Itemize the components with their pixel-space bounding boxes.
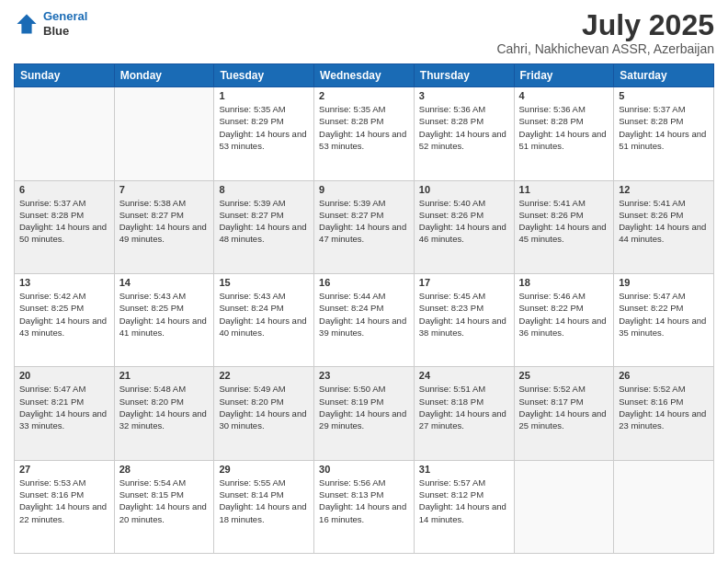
day-number: 11 xyxy=(519,184,609,195)
page: General Blue July 2025 Cahri, Nakhicheva… xyxy=(0,0,728,563)
day-number: 20 xyxy=(19,370,109,381)
day-number: 21 xyxy=(119,370,210,381)
day-info: Sunrise: 5:43 AM Sunset: 8:24 PM Dayligh… xyxy=(219,290,309,339)
day-number: 31 xyxy=(419,464,509,475)
calendar-day-cell: 14Sunrise: 5:43 AM Sunset: 8:25 PM Dayli… xyxy=(114,273,214,366)
calendar-day-cell: 23Sunrise: 5:50 AM Sunset: 8:19 PM Dayli… xyxy=(314,367,415,460)
day-number: 25 xyxy=(519,370,609,381)
calendar-day-cell: 10Sunrise: 5:40 AM Sunset: 8:26 PM Dayli… xyxy=(414,180,514,273)
calendar-day-cell: 26Sunrise: 5:52 AM Sunset: 8:16 PM Dayli… xyxy=(614,367,714,460)
logo-text: General Blue xyxy=(43,9,87,38)
calendar-day-cell: 2Sunrise: 5:35 AM Sunset: 8:28 PM Daylig… xyxy=(314,87,415,180)
day-info: Sunrise: 5:51 AM Sunset: 8:18 PM Dayligh… xyxy=(419,383,509,431)
day-number: 4 xyxy=(519,90,609,101)
day-info: Sunrise: 5:36 AM Sunset: 8:28 PM Dayligh… xyxy=(519,103,609,152)
calendar-day-cell: 6Sunrise: 5:37 AM Sunset: 8:28 PM Daylig… xyxy=(15,180,115,273)
calendar-day-cell: 4Sunrise: 5:36 AM Sunset: 8:28 PM Daylig… xyxy=(514,87,614,180)
day-info: Sunrise: 5:57 AM Sunset: 8:12 PM Dayligh… xyxy=(419,477,509,525)
day-info: Sunrise: 5:46 AM Sunset: 8:22 PM Dayligh… xyxy=(519,290,609,339)
day-number: 1 xyxy=(219,90,309,101)
calendar-day-header: Sunday xyxy=(15,64,115,87)
day-info: Sunrise: 5:35 AM Sunset: 8:28 PM Dayligh… xyxy=(319,103,409,152)
day-number: 15 xyxy=(219,277,309,288)
day-number: 26 xyxy=(619,370,709,381)
month-title: July 2025 xyxy=(496,9,714,41)
svg-marker-1 xyxy=(17,14,37,25)
logo-icon xyxy=(14,11,40,37)
calendar-day-cell: 31Sunrise: 5:57 AM Sunset: 8:12 PM Dayli… xyxy=(414,460,514,553)
calendar-week-row: 6Sunrise: 5:37 AM Sunset: 8:28 PM Daylig… xyxy=(15,180,714,273)
calendar-day-cell: 16Sunrise: 5:44 AM Sunset: 8:24 PM Dayli… xyxy=(314,273,415,366)
day-info: Sunrise: 5:54 AM Sunset: 8:15 PM Dayligh… xyxy=(119,477,210,525)
calendar-day-cell: 24Sunrise: 5:51 AM Sunset: 8:18 PM Dayli… xyxy=(414,367,514,460)
day-number: 13 xyxy=(19,277,109,288)
day-info: Sunrise: 5:38 AM Sunset: 8:27 PM Dayligh… xyxy=(119,197,210,246)
calendar-day-cell: 27Sunrise: 5:53 AM Sunset: 8:16 PM Dayli… xyxy=(15,460,115,553)
calendar-day-cell: 8Sunrise: 5:39 AM Sunset: 8:27 PM Daylig… xyxy=(214,180,314,273)
day-number: 27 xyxy=(19,464,109,475)
day-info: Sunrise: 5:52 AM Sunset: 8:17 PM Dayligh… xyxy=(519,383,609,431)
day-info: Sunrise: 5:55 AM Sunset: 8:14 PM Dayligh… xyxy=(219,477,309,525)
day-info: Sunrise: 5:52 AM Sunset: 8:16 PM Dayligh… xyxy=(619,383,709,431)
day-number: 3 xyxy=(419,90,509,101)
day-info: Sunrise: 5:56 AM Sunset: 8:13 PM Dayligh… xyxy=(319,477,409,525)
day-number: 29 xyxy=(219,464,309,475)
day-number: 24 xyxy=(419,370,509,381)
day-number: 16 xyxy=(319,277,409,288)
day-number: 5 xyxy=(619,90,709,101)
day-info: Sunrise: 5:44 AM Sunset: 8:24 PM Dayligh… xyxy=(319,290,409,339)
calendar-day-cell: 30Sunrise: 5:56 AM Sunset: 8:13 PM Dayli… xyxy=(314,460,415,553)
calendar-day-header: Wednesday xyxy=(314,64,415,87)
calendar-day-cell: 12Sunrise: 5:41 AM Sunset: 8:26 PM Dayli… xyxy=(614,180,714,273)
day-number: 30 xyxy=(319,464,409,475)
day-info: Sunrise: 5:37 AM Sunset: 8:28 PM Dayligh… xyxy=(619,103,709,152)
calendar-day-header: Monday xyxy=(114,64,214,87)
calendar-day-cell: 17Sunrise: 5:45 AM Sunset: 8:23 PM Dayli… xyxy=(414,273,514,366)
calendar-day-cell: 11Sunrise: 5:41 AM Sunset: 8:26 PM Dayli… xyxy=(514,180,614,273)
calendar-day-cell: 3Sunrise: 5:36 AM Sunset: 8:28 PM Daylig… xyxy=(414,87,514,180)
calendar-day-cell: 25Sunrise: 5:52 AM Sunset: 8:17 PM Dayli… xyxy=(514,367,614,460)
day-number: 12 xyxy=(619,184,709,195)
day-info: Sunrise: 5:41 AM Sunset: 8:26 PM Dayligh… xyxy=(519,197,609,246)
calendar-week-row: 20Sunrise: 5:47 AM Sunset: 8:21 PM Dayli… xyxy=(15,367,714,460)
calendar-day-header: Friday xyxy=(514,64,614,87)
day-number: 22 xyxy=(219,370,309,381)
calendar-day-cell: 9Sunrise: 5:39 AM Sunset: 8:27 PM Daylig… xyxy=(314,180,415,273)
day-number: 7 xyxy=(119,184,210,195)
day-number: 6 xyxy=(19,184,109,195)
calendar-day-cell: 13Sunrise: 5:42 AM Sunset: 8:25 PM Dayli… xyxy=(15,273,115,366)
calendar-day-cell: 22Sunrise: 5:49 AM Sunset: 8:20 PM Dayli… xyxy=(214,367,314,460)
calendar-day-cell: 28Sunrise: 5:54 AM Sunset: 8:15 PM Dayli… xyxy=(114,460,214,553)
day-number: 9 xyxy=(319,184,409,195)
day-number: 19 xyxy=(619,277,709,288)
calendar-day-cell xyxy=(15,87,115,180)
location: Cahri, Nakhichevan ASSR, Azerbaijan xyxy=(496,41,714,56)
day-number: 23 xyxy=(319,370,409,381)
day-info: Sunrise: 5:35 AM Sunset: 8:29 PM Dayligh… xyxy=(219,103,309,152)
title-section: July 2025 Cahri, Nakhichevan ASSR, Azerb… xyxy=(496,9,714,56)
calendar-day-header: Thursday xyxy=(414,64,514,87)
calendar-day-cell: 20Sunrise: 5:47 AM Sunset: 8:21 PM Dayli… xyxy=(15,367,115,460)
day-number: 14 xyxy=(119,277,210,288)
day-info: Sunrise: 5:50 AM Sunset: 8:19 PM Dayligh… xyxy=(319,383,409,431)
calendar-day-cell: 29Sunrise: 5:55 AM Sunset: 8:14 PM Dayli… xyxy=(214,460,314,553)
day-number: 28 xyxy=(119,464,210,475)
header: General Blue July 2025 Cahri, Nakhicheva… xyxy=(14,9,714,56)
calendar-day-cell xyxy=(514,460,614,553)
logo: General Blue xyxy=(14,9,87,38)
calendar-day-header: Tuesday xyxy=(214,64,314,87)
calendar-day-header: Saturday xyxy=(614,64,714,87)
day-info: Sunrise: 5:36 AM Sunset: 8:28 PM Dayligh… xyxy=(419,103,509,152)
day-number: 8 xyxy=(219,184,309,195)
calendar-day-cell: 5Sunrise: 5:37 AM Sunset: 8:28 PM Daylig… xyxy=(614,87,714,180)
day-info: Sunrise: 5:49 AM Sunset: 8:20 PM Dayligh… xyxy=(219,383,309,431)
day-number: 10 xyxy=(419,184,509,195)
calendar-day-cell: 19Sunrise: 5:47 AM Sunset: 8:22 PM Dayli… xyxy=(614,273,714,366)
day-number: 2 xyxy=(319,90,409,101)
calendar-day-cell xyxy=(614,460,714,553)
day-info: Sunrise: 5:45 AM Sunset: 8:23 PM Dayligh… xyxy=(419,290,509,339)
day-info: Sunrise: 5:53 AM Sunset: 8:16 PM Dayligh… xyxy=(19,477,109,525)
calendar-header-row: SundayMondayTuesdayWednesdayThursdayFrid… xyxy=(15,64,714,87)
calendar-table: SundayMondayTuesdayWednesdayThursdayFrid… xyxy=(14,63,714,554)
calendar-day-cell xyxy=(114,87,214,180)
